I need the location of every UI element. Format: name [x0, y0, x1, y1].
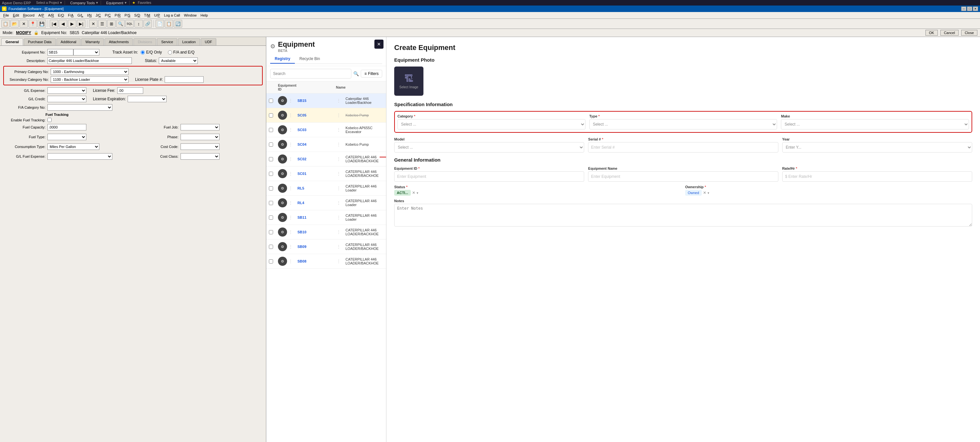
chevron-down-icon-eq[interactable]: ▾ [125, 1, 127, 5]
toolbar-search[interactable]: 🔍 [116, 20, 125, 28]
dots-cell-2[interactable]: ⋮ [336, 98, 345, 103]
row-checkbox[interactable] [269, 215, 273, 220]
table-row[interactable]: ⚙ ⋮ SB08 ⋮ CATERPILLAR 446 LOADER/BACKHO… [266, 254, 386, 269]
table-row[interactable]: ⚙ ⋮ RL4 ⋮ CATERPILLAR 446 Loader [266, 196, 386, 210]
tab-purchase-data[interactable]: Purchase Data [24, 38, 56, 46]
menu-ps[interactable]: P/S [123, 13, 132, 18]
rate-hr-input[interactable] [782, 171, 972, 182]
equipment-photo-box[interactable]: 🏗 Select Image [394, 67, 423, 96]
equipment-id-link[interactable]: SC04 [298, 143, 336, 146]
fuel-type-select[interactable] [48, 134, 86, 140]
equipment-id-input[interactable] [394, 171, 584, 182]
equipment-id-link[interactable]: SB15 [298, 99, 336, 103]
model-select[interactable]: Select ... [394, 142, 584, 152]
equipment-id-link[interactable]: RL4 [298, 201, 336, 205]
consumption-type-select[interactable]: Miles Per Gallon [48, 143, 99, 150]
status-dropdown-arrow[interactable]: ▾ [417, 191, 418, 195]
type-select[interactable]: Select ... [589, 119, 777, 130]
dots-cell-2[interactable]: ⋮ [336, 142, 345, 147]
row-checkbox[interactable] [269, 143, 273, 147]
dots-cell-2[interactable]: ⋮ [336, 259, 345, 264]
tab-location[interactable]: Location [178, 38, 200, 46]
menu-up[interactable]: U/P [152, 13, 162, 18]
toolbar-refresh[interactable]: 🔄 [174, 20, 182, 28]
menu-sd[interactable]: S/D [132, 13, 142, 18]
toolbar-last[interactable]: ▶| [77, 20, 85, 28]
dots-cell-2[interactable]: ⋮ [336, 127, 345, 132]
cost-class-select[interactable] [181, 153, 220, 160]
dots-cell[interactable]: ⋮ [288, 127, 298, 132]
star-icon[interactable]: ★ [132, 1, 135, 5]
track-eq-only-radio[interactable] [141, 50, 145, 54]
maximize-button[interactable]: □ [967, 6, 972, 11]
dots-cell-2[interactable]: ⋮ [336, 171, 345, 176]
toolbar-new[interactable]: 📋 [1, 20, 10, 28]
menu-log-call[interactable]: Log a Call [162, 13, 182, 18]
table-row[interactable]: ⚙ ⋮ RL5 ⋮ CATERPILLAR 446 Loader [266, 181, 386, 196]
gl-fuel-select[interactable] [48, 153, 112, 160]
license-plate-input[interactable] [165, 76, 204, 83]
dots-cell-2[interactable]: ⋮ [336, 185, 345, 191]
row-checkbox[interactable] [269, 113, 273, 117]
panel-tab-recycle[interactable]: Recycle Bin [295, 54, 325, 63]
toolbar-grid[interactable]: ⊞ [107, 20, 116, 28]
table-row[interactable]: ⚙ ⋮ SC02 ⋮ CATERPILLAR 446 LOADER/BACKHO… [266, 152, 386, 166]
dots-cell-2[interactable]: ⋮ [336, 157, 345, 162]
row-checkbox[interactable] [269, 172, 273, 176]
menu-edit[interactable]: Edit [11, 13, 21, 18]
menu-tm[interactable]: T/M [142, 13, 152, 18]
table-row[interactable]: ⚙ ⋮ SB10 ⋮ CATERPILLAR 446 LOADER/BACKHO… [266, 225, 386, 239]
gl-expense-select[interactable] [48, 87, 86, 94]
fa-cat-select[interactable] [48, 104, 112, 111]
toolbar-copy[interactable]: 📄 [156, 20, 164, 28]
license-fee-input[interactable] [117, 87, 143, 94]
menu-file[interactable]: File [1, 13, 11, 18]
minimize-button[interactable]: ─ [961, 6, 966, 11]
menu-help[interactable]: Help [199, 13, 210, 18]
window-close-button[interactable]: ✕ [973, 6, 978, 11]
fuel-capacity-input[interactable] [48, 124, 86, 130]
dots-cell[interactable]: ⋮ [288, 171, 298, 176]
toolbar-link[interactable]: 🔗 [143, 20, 152, 28]
menu-pc[interactable]: P/C [103, 13, 113, 18]
dots-cell-2[interactable]: ⋮ [336, 215, 345, 220]
ownership-clear-button[interactable]: ✕ [703, 190, 706, 195]
equipment-id-link[interactable]: SB08 [298, 259, 336, 263]
row-checkbox[interactable] [269, 99, 273, 103]
dots-cell[interactable]: ⋮ [288, 98, 298, 103]
secondary-cat-select[interactable]: 1100 - Backhoe Loader [51, 76, 129, 83]
dots-cell[interactable]: ⋮ [288, 215, 298, 220]
license-exp-select[interactable] [127, 96, 167, 102]
row-checkbox[interactable] [269, 230, 273, 234]
dots-cell[interactable]: ⋮ [288, 259, 298, 264]
make-select[interactable]: Select ... [781, 119, 969, 130]
panel-close-button[interactable]: ✕ [374, 40, 383, 49]
menu-window[interactable]: Window [182, 13, 199, 18]
dots-cell-2[interactable]: ⋮ [336, 112, 345, 118]
table-row[interactable]: ⚙ ⋮ SC05 ⋮ Kobelco Pump [266, 108, 386, 123]
menu-pr[interactable]: P/R [113, 13, 123, 18]
tab-general[interactable]: General [1, 38, 23, 46]
dots-cell-2[interactable]: ⋮ [336, 230, 345, 234]
primary-cat-select[interactable]: 1000 - Earthmoving [51, 68, 129, 75]
cancel-button[interactable]: Cancel [940, 30, 959, 36]
tab-attachments[interactable]: Attachments [105, 38, 133, 46]
serial-input[interactable] [588, 142, 778, 152]
table-row[interactable]: ⚙ ⋮ SC03 ⋮ Kobelco AP655C Excavator [266, 123, 386, 137]
year-select[interactable]: Enter Y... [782, 142, 972, 152]
toolbar-pin[interactable]: 📍 [29, 20, 37, 28]
toolbar-list[interactable]: ☰ [98, 20, 107, 28]
chevron-down-icon-company[interactable]: ▾ [96, 1, 98, 5]
table-row[interactable]: ⚙ ⋮ SB15 ⋮ Caterpillar 446 Loader/Backho… [266, 93, 386, 108]
track-fa-eq-radio[interactable] [168, 50, 172, 54]
dots-cell[interactable]: ⋮ [288, 112, 298, 118]
menu-jc[interactable]: J/C [94, 13, 103, 18]
equipment-id-link[interactable]: SB10 [298, 230, 336, 234]
category-select[interactable]: Select ... [398, 119, 585, 130]
toolbar-delete[interactable]: ✕ [89, 20, 97, 28]
table-row[interactable]: ⚙ ⋮ SC04 ⋮ Kobelco Pump [266, 137, 386, 152]
search-input[interactable] [270, 69, 352, 79]
tab-udf[interactable]: UDF [200, 38, 216, 46]
table-row[interactable]: ⚙ ⋮ SC01 ⋮ CATERPILLAR 446 LOADER/BACKHO… [266, 166, 386, 181]
toolbar-next[interactable]: ▶ [68, 20, 76, 28]
